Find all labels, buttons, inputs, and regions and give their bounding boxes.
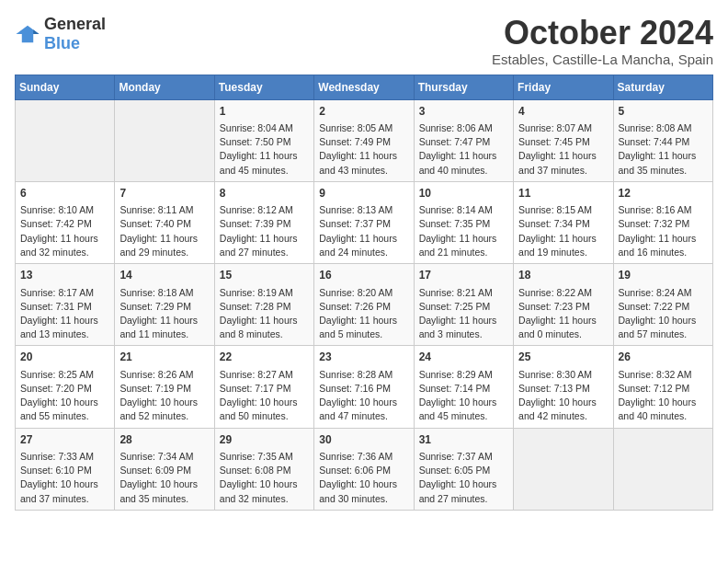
day-info: Sunrise: 8:08 AM Sunset: 7:44 PM Dayligh… — [619, 121, 708, 178]
title-block: October 2024 Estables, Castille-La Manch… — [492, 15, 713, 67]
calendar-cell: 17Sunrise: 8:21 AM Sunset: 7:25 PM Dayli… — [414, 264, 513, 346]
calendar-cell: 29Sunrise: 7:35 AM Sunset: 6:08 PM Dayli… — [214, 428, 313, 510]
day-info: Sunrise: 8:10 AM Sunset: 7:42 PM Dayligh… — [20, 203, 109, 259]
day-info: Sunrise: 8:28 AM Sunset: 7:16 PM Dayligh… — [319, 368, 408, 424]
weekday-header-cell: Tuesday — [214, 75, 313, 99]
calendar-cell: 16Sunrise: 8:20 AM Sunset: 7:26 PM Dayli… — [314, 264, 414, 346]
day-info: Sunrise: 8:12 AM Sunset: 7:39 PM Dayligh… — [220, 203, 309, 259]
day-info: Sunrise: 8:21 AM Sunset: 7:25 PM Dayligh… — [419, 286, 508, 342]
day-number: 29 — [220, 432, 309, 448]
day-info: Sunrise: 7:33 AM Sunset: 6:10 PM Dayligh… — [20, 450, 109, 506]
day-info: Sunrise: 8:04 AM Sunset: 7:50 PM Dayligh… — [220, 121, 309, 178]
day-number: 25 — [518, 350, 608, 365]
day-info: Sunrise: 8:15 AM Sunset: 7:34 PM Dayligh… — [518, 203, 608, 259]
calendar-row: 1Sunrise: 8:04 AM Sunset: 7:50 PM Daylig… — [16, 99, 713, 181]
day-number: 17 — [419, 268, 508, 283]
day-info: Sunrise: 8:26 AM Sunset: 7:19 PM Dayligh… — [119, 368, 209, 424]
day-info: Sunrise: 8:17 AM Sunset: 7:31 PM Dayligh… — [20, 286, 109, 342]
day-info: Sunrise: 8:18 AM Sunset: 7:29 PM Dayligh… — [119, 286, 209, 342]
day-number: 3 — [419, 104, 508, 120]
day-info: Sunrise: 8:06 AM Sunset: 7:47 PM Dayligh… — [419, 121, 508, 178]
calendar-cell: 2Sunrise: 8:05 AM Sunset: 7:49 PM Daylig… — [314, 99, 414, 181]
calendar-cell — [613, 428, 712, 510]
calendar-cell: 19Sunrise: 8:24 AM Sunset: 7:22 PM Dayli… — [613, 264, 712, 346]
day-info: Sunrise: 7:36 AM Sunset: 6:06 PM Dayligh… — [319, 450, 408, 506]
calendar-row: 27Sunrise: 7:33 AM Sunset: 6:10 PM Dayli… — [16, 428, 713, 510]
day-number: 22 — [220, 350, 309, 365]
page-header: General Blue October 2024 Estables, Cast… — [15, 15, 713, 67]
day-info: Sunrise: 8:27 AM Sunset: 7:17 PM Dayligh… — [220, 368, 309, 424]
calendar-cell — [16, 99, 115, 181]
calendar-cell: 1Sunrise: 8:04 AM Sunset: 7:50 PM Daylig… — [214, 99, 313, 181]
calendar-cell: 9Sunrise: 8:13 AM Sunset: 7:37 PM Daylig… — [314, 181, 414, 263]
day-number: 10 — [419, 186, 508, 201]
day-info: Sunrise: 8:14 AM Sunset: 7:35 PM Dayligh… — [419, 203, 508, 259]
month-title: October 2024 — [492, 15, 713, 52]
logo-general: General — [44, 15, 106, 33]
day-number: 5 — [619, 104, 708, 120]
calendar-cell: 5Sunrise: 8:08 AM Sunset: 7:44 PM Daylig… — [613, 99, 712, 181]
day-number: 23 — [319, 350, 408, 365]
calendar-cell: 31Sunrise: 7:37 AM Sunset: 6:05 PM Dayli… — [414, 428, 513, 510]
calendar-cell: 15Sunrise: 8:19 AM Sunset: 7:28 PM Dayli… — [214, 264, 313, 346]
calendar-table: SundayMondayTuesdayWednesdayThursdayFrid… — [15, 75, 713, 511]
day-info: Sunrise: 8:22 AM Sunset: 7:23 PM Dayligh… — [518, 286, 608, 342]
calendar-cell: 10Sunrise: 8:14 AM Sunset: 7:35 PM Dayli… — [414, 181, 513, 263]
logo: General Blue — [15, 15, 106, 53]
calendar-cell: 26Sunrise: 8:32 AM Sunset: 7:12 PM Dayli… — [613, 346, 712, 428]
day-info: Sunrise: 8:11 AM Sunset: 7:40 PM Dayligh… — [119, 203, 209, 259]
weekday-header-cell: Sunday — [16, 75, 115, 99]
location: Estables, Castille-La Mancha, Spain — [492, 52, 713, 67]
day-number: 20 — [20, 350, 109, 365]
day-number: 9 — [319, 186, 408, 201]
calendar-cell — [115, 99, 214, 181]
day-number: 6 — [20, 186, 109, 201]
day-number: 2 — [319, 104, 408, 120]
day-info: Sunrise: 7:37 AM Sunset: 6:05 PM Dayligh… — [419, 450, 508, 506]
day-number: 15 — [220, 268, 309, 283]
calendar-row: 20Sunrise: 8:25 AM Sunset: 7:20 PM Dayli… — [16, 346, 713, 428]
day-number: 12 — [619, 186, 708, 201]
calendar-cell: 22Sunrise: 8:27 AM Sunset: 7:17 PM Dayli… — [214, 346, 313, 428]
day-number: 24 — [419, 350, 508, 365]
weekday-header-cell: Monday — [115, 75, 214, 99]
day-info: Sunrise: 8:19 AM Sunset: 7:28 PM Dayligh… — [220, 286, 309, 342]
logo-icon — [15, 24, 40, 44]
day-info: Sunrise: 8:13 AM Sunset: 7:37 PM Dayligh… — [319, 203, 408, 259]
day-number: 30 — [319, 432, 408, 448]
calendar-cell: 14Sunrise: 8:18 AM Sunset: 7:29 PM Dayli… — [115, 264, 214, 346]
day-info: Sunrise: 8:24 AM Sunset: 7:22 PM Dayligh… — [619, 286, 708, 342]
calendar-cell: 3Sunrise: 8:06 AM Sunset: 7:47 PM Daylig… — [414, 99, 513, 181]
logo-text: General Blue — [44, 15, 106, 53]
day-info: Sunrise: 8:07 AM Sunset: 7:45 PM Dayligh… — [518, 121, 608, 178]
day-info: Sunrise: 8:05 AM Sunset: 7:49 PM Dayligh… — [319, 121, 408, 178]
calendar-cell: 18Sunrise: 8:22 AM Sunset: 7:23 PM Dayli… — [514, 264, 613, 346]
calendar-cell: 21Sunrise: 8:26 AM Sunset: 7:19 PM Dayli… — [115, 346, 214, 428]
calendar-cell: 20Sunrise: 8:25 AM Sunset: 7:20 PM Dayli… — [16, 346, 115, 428]
calendar-cell: 7Sunrise: 8:11 AM Sunset: 7:40 PM Daylig… — [115, 181, 214, 263]
calendar-cell: 4Sunrise: 8:07 AM Sunset: 7:45 PM Daylig… — [514, 99, 613, 181]
day-info: Sunrise: 8:29 AM Sunset: 7:14 PM Dayligh… — [419, 368, 508, 424]
day-number: 8 — [220, 186, 309, 201]
weekday-header-cell: Saturday — [613, 75, 712, 99]
day-number: 1 — [220, 104, 309, 120]
logo-blue: Blue — [44, 34, 80, 52]
calendar-row: 13Sunrise: 8:17 AM Sunset: 7:31 PM Dayli… — [16, 264, 713, 346]
day-info: Sunrise: 8:32 AM Sunset: 7:12 PM Dayligh… — [619, 368, 708, 424]
day-info: Sunrise: 7:34 AM Sunset: 6:09 PM Dayligh… — [119, 450, 209, 506]
calendar-cell — [514, 428, 613, 510]
calendar-cell: 11Sunrise: 8:15 AM Sunset: 7:34 PM Dayli… — [514, 181, 613, 263]
calendar-cell: 25Sunrise: 8:30 AM Sunset: 7:13 PM Dayli… — [514, 346, 613, 428]
day-number: 27 — [20, 432, 109, 448]
day-info: Sunrise: 8:25 AM Sunset: 7:20 PM Dayligh… — [20, 368, 109, 424]
calendar-cell: 27Sunrise: 7:33 AM Sunset: 6:10 PM Dayli… — [16, 428, 115, 510]
calendar-cell: 23Sunrise: 8:28 AM Sunset: 7:16 PM Dayli… — [314, 346, 414, 428]
day-number: 18 — [518, 268, 608, 283]
calendar-cell: 24Sunrise: 8:29 AM Sunset: 7:14 PM Dayli… — [414, 346, 513, 428]
day-number: 7 — [119, 186, 209, 201]
day-number: 11 — [518, 186, 608, 201]
weekday-header-row: SundayMondayTuesdayWednesdayThursdayFrid… — [16, 75, 713, 99]
day-number: 13 — [20, 268, 109, 283]
day-number: 21 — [119, 350, 209, 365]
calendar-cell: 13Sunrise: 8:17 AM Sunset: 7:31 PM Dayli… — [16, 264, 115, 346]
